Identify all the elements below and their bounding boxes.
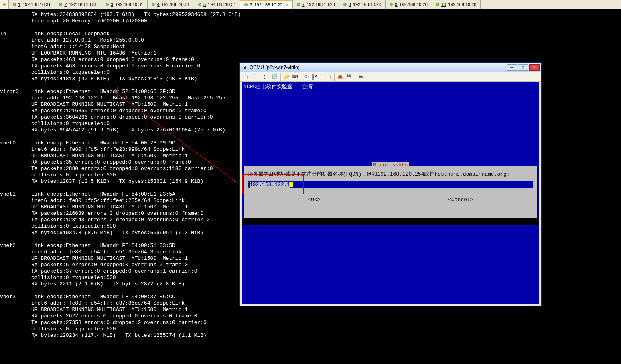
vm-header-text: NCHC自由软件实验室 - 台湾 (242, 82, 539, 91)
toolbar-btn-1[interactable]: 📋 (242, 73, 250, 81)
status-dot-icon (13, 3, 16, 6)
tab-number: 4 (157, 2, 159, 7)
ctrl-key-button[interactable]: Ctrl (303, 74, 313, 80)
tab-number: 1 (18, 2, 20, 7)
tab-number: 3 (111, 2, 113, 7)
qemu-window: 🖥 QEMU (p2v-win7-virtio) — □ ✕ 📋 📄 ⛶ 🔄 🔑… (239, 62, 542, 306)
tab-bar: ✚ 1192.168.10.312192.168.10.313192.168.1… (0, 0, 621, 9)
tab-ip: 192.168.10.31 (115, 2, 143, 7)
status-dot-icon (106, 3, 109, 6)
tab-ip: 192.168.10.31 (162, 2, 190, 7)
tab-number: 9 (395, 2, 397, 7)
tab-2[interactable]: 2192.168.10.31 (55, 0, 101, 9)
tab-9[interactable]: 9192.168.10.20 (386, 0, 432, 9)
key-icon[interactable]: 🔑 (282, 73, 290, 81)
tab-4[interactable]: 4192.168.10.31 (148, 0, 194, 9)
tab-ip: 192.168.10.20 (399, 2, 427, 7)
cancel-button[interactable]: <Cancel> (448, 197, 473, 203)
status-dot-icon (198, 3, 201, 6)
tab-ip: 192.168.10.20 (448, 2, 476, 7)
refresh-icon[interactable]: 🔄 (271, 73, 279, 81)
qemu-title: QEMU (p2v-win7-virtio) (250, 65, 507, 70)
tab-number: 7 (302, 2, 304, 7)
qemu-vm-screen[interactable]: NCHC自由软件实验室 - 台湾 Mount sshfs 服务器的IP地址或是正… (242, 82, 539, 304)
status-dot-icon (297, 3, 300, 6)
status-dot-icon (436, 3, 439, 6)
fullscreen-icon[interactable]: ⛶ (262, 73, 270, 81)
toolbar-btn-copy[interactable]: 📋 (325, 73, 333, 81)
dialog-title: Mount sshfs (372, 162, 410, 168)
qemu-title-bar[interactable]: 🖥 QEMU (p2v-win7-virtio) — □ ✕ (240, 63, 541, 72)
tab-7[interactable]: 7192.168.10.20 (293, 0, 339, 9)
tab-ip: 192.168.10.31 (69, 2, 97, 7)
ok-button[interactable]: <Ok> (308, 197, 320, 203)
send-key-icon[interactable]: ⌨ (291, 73, 299, 81)
tab-ip: 192.168.10.20 (254, 2, 282, 7)
toolbar-btn-2[interactable]: 📄 (250, 73, 258, 81)
tab-number: 6 (250, 2, 252, 7)
tab-ip: 192.168.10.20 (353, 2, 381, 7)
sshfs-ip-input[interactable]: 192.168.122.1 (248, 181, 533, 188)
status-dot-icon (343, 3, 347, 6)
close-button[interactable]: ✕ (529, 64, 540, 71)
tab-10[interactable]: 10192.168.10.20 (432, 0, 481, 9)
status-dot-icon (390, 3, 393, 6)
tab-6[interactable]: 6192.168.10.20× (240, 0, 293, 9)
tab-1[interactable]: 1192.168.10.31 (9, 0, 55, 9)
tab-number: 5 (203, 2, 206, 7)
toolbar-btn-last[interactable]: ▭ (357, 73, 365, 81)
save-icon[interactable]: 💾 (345, 73, 353, 81)
tab-ip: 192.168.10.31 (208, 2, 236, 7)
tab-number: 8 (349, 2, 351, 7)
new-tab-button[interactable]: ✚ (0, 0, 9, 9)
tab-3[interactable]: 3192.168.10.31 (101, 0, 148, 9)
qemu-toolbar: 📋 📄 ⛶ 🔄 🔑 ⌨ Ctrl Alt 📋 📤 💾 ▭ (240, 72, 541, 82)
tab-ip: 192.168.10.31 (22, 2, 51, 7)
alt-key-button[interactable]: Alt (313, 74, 321, 80)
tab-ip: 192.168.10.20 (306, 2, 335, 7)
status-dot-icon (152, 3, 155, 6)
tab-5[interactable]: 5192.168.10.31 (194, 0, 240, 9)
tab-8[interactable]: 8192.168.10.20 (339, 0, 386, 9)
minimize-button[interactable]: — (507, 64, 517, 71)
tab-number: 2 (64, 2, 67, 7)
maximize-button[interactable]: □ (518, 64, 528, 71)
qemu-icon: 🖥 (242, 64, 248, 71)
status-dot-icon (59, 3, 62, 6)
mount-sshfs-dialog: Mount sshfs 服务器的IP地址或是正式注册的机器名称(FQDN)，例如… (244, 166, 537, 218)
tab-close-icon[interactable]: × (286, 2, 288, 7)
status-dot-icon (244, 3, 248, 6)
vm-black-strip (242, 218, 539, 225)
tab-number: 10 (441, 2, 446, 7)
toolbar-btn-export[interactable]: 📤 (336, 73, 344, 81)
